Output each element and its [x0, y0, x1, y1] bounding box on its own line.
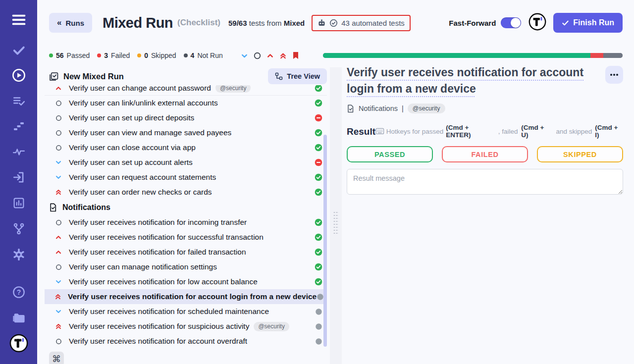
failed-button[interactable]: FAILED: [442, 146, 528, 162]
skipped-button[interactable]: SKIPPED: [537, 146, 623, 162]
list-item[interactable]: Verify user can close account via app: [45, 140, 327, 155]
priority-high-icon: [55, 249, 62, 256]
list-scrollbar[interactable]: [323, 135, 327, 347]
test-title: Verify user receives notification for in…: [69, 218, 247, 227]
test-title: Verify user can view and manage saved pa…: [69, 128, 231, 137]
progress-notrun-segment: [603, 53, 623, 58]
bookmark-icon[interactable]: [292, 52, 299, 59]
test-title: Verify user can close account via app: [69, 143, 196, 152]
list-item[interactable]: Verify user can change account password …: [45, 85, 327, 96]
list-item[interactable]: Verify user receives notification for sc…: [45, 304, 327, 319]
priority-normal-icon: [55, 219, 62, 226]
list-item[interactable]: Verify user can link/unlink external acc…: [45, 96, 327, 110]
back-to-runs-button[interactable]: « Runs: [49, 13, 92, 33]
git-branch-icon[interactable]: [12, 222, 25, 235]
panel-resize-divider[interactable]: [330, 67, 342, 364]
suite-section-label: Notifications: [62, 203, 110, 212]
tests-source: Mixed: [284, 19, 305, 27]
back-to-runs-label: Runs: [65, 19, 84, 27]
suite-link[interactable]: Notifications: [359, 104, 398, 112]
chevron-up-icon[interactable]: [266, 52, 274, 59]
priority-critical-icon: [55, 189, 62, 196]
test-title: Verify user can request account statemen…: [69, 173, 216, 182]
page-title: Mixed Run: [103, 15, 173, 31]
list-item[interactable]: Verify user receives notification for ac…: [45, 334, 327, 349]
command-key-button[interactable]: ⌘: [49, 352, 64, 364]
suite-section[interactable]: Notifications: [45, 200, 327, 215]
chevrons-up-icon[interactable]: [279, 52, 287, 59]
list-item[interactable]: Verify user receives notification for in…: [45, 215, 327, 230]
result-message-input[interactable]: [347, 169, 623, 195]
tests-summary: 59/63 tests from Mixed: [228, 19, 305, 27]
check-icon[interactable]: [12, 44, 25, 56]
list-item[interactable]: Verify user receives notification for su…: [45, 230, 327, 245]
list-item[interactable]: Verify user receives notification for su…: [45, 319, 327, 334]
passed-button[interactable]: PASSED: [347, 146, 433, 162]
bar-chart-icon[interactable]: [12, 197, 25, 209]
priority-critical-icon: [55, 323, 62, 330]
progress-failed-segment: [590, 53, 603, 58]
list-item[interactable]: Verify user receives notification for fa…: [45, 245, 327, 260]
check-icon: [562, 19, 569, 27]
status-passed-icon: [315, 188, 322, 196]
automated-tests-badge: 43 automated tests: [312, 15, 411, 31]
svg-text:?: ?: [16, 288, 21, 296]
status-passed-icon: [315, 129, 322, 137]
user-logo-icon[interactable]: [528, 13, 546, 33]
play-circle-icon[interactable]: [12, 68, 26, 82]
fast-forward-toggle[interactable]: [501, 17, 521, 28]
status-notrun-icon: [317, 293, 324, 301]
folder-icon[interactable]: [12, 311, 26, 325]
activity-icon[interactable]: [12, 146, 25, 158]
run-header: « Runs Mixed Run (Checklist) 59/63 tests…: [49, 12, 623, 34]
tag-badge: @security: [254, 322, 289, 331]
chevron-down-icon[interactable]: [241, 52, 248, 59]
run-progress-bar: [323, 53, 623, 58]
automated-tests-label: 43 automated tests: [341, 19, 405, 27]
list-item[interactable]: Verify user can view and manage saved pa…: [45, 125, 327, 140]
tag-badge[interactable]: @security: [408, 104, 445, 113]
list-item[interactable]: Verify user can request account statemen…: [45, 170, 327, 185]
list-item[interactable]: Verify user can set up direct deposits: [45, 110, 327, 125]
finish-run-label: Finish Run: [573, 18, 614, 27]
list-item[interactable]: Verify user receives notification for lo…: [45, 274, 327, 289]
priority-normal-icon: [55, 100, 62, 106]
status-passed-icon: [315, 173, 322, 181]
list-item[interactable]: Verify user receives notification for ac…: [45, 289, 327, 304]
list-item[interactable]: Verify user can order new checks or card…: [45, 185, 327, 200]
finish-run-button[interactable]: Finish Run: [553, 13, 623, 33]
test-detail-title[interactable]: Verify user receives notification for ac…: [347, 64, 599, 97]
test-list: Verify user can change account password …: [45, 85, 327, 364]
stat-skipped: 0Skipped: [137, 52, 176, 59]
test-title: Verify user can change account password: [69, 85, 211, 93]
tree-view-button[interactable]: Tree View: [268, 68, 327, 84]
priority-high-icon: [55, 85, 62, 92]
sign-in-icon[interactable]: [12, 171, 25, 184]
meta-separator: |: [402, 104, 404, 112]
status-passed-icon: [315, 99, 322, 107]
test-title: Verify user receives notification for ac…: [68, 292, 317, 301]
test-title: Verify user receives notification for ac…: [69, 337, 247, 346]
hotkeys-hint: Hotkeys for passed (Cmd + ENTER) , faile…: [375, 124, 623, 139]
more-actions-button[interactable]: [605, 66, 623, 84]
help-circle-icon[interactable]: ?: [12, 286, 25, 299]
list-check-icon[interactable]: [12, 95, 25, 107]
test-detail-panel: Verify user receives notification for ac…: [347, 64, 623, 364]
list-item[interactable]: Verify user can set up account alerts: [45, 155, 327, 170]
status-passed-icon: [315, 233, 322, 241]
menu-icon[interactable]: [12, 15, 25, 25]
list-item[interactable]: Verify user can manage notification sett…: [45, 260, 327, 274]
fast-forward-label: Fast-Forward: [449, 19, 496, 27]
testomat-logo-icon[interactable]: [9, 334, 28, 353]
gear-icon[interactable]: [12, 248, 25, 261]
priority-critical-icon: [54, 293, 61, 300]
tree-view-label: Tree View: [287, 72, 320, 80]
grip-icon[interactable]: [333, 211, 339, 234]
status-notrun-icon: [315, 338, 322, 345]
test-title: Verify user receives notification for sc…: [69, 307, 269, 316]
steps-icon[interactable]: [13, 120, 25, 132]
status-passed-icon: [315, 218, 322, 226]
circle-icon[interactable]: [254, 52, 261, 59]
list-title: New Mixed Run: [63, 72, 124, 81]
priority-low-icon: [55, 308, 62, 315]
